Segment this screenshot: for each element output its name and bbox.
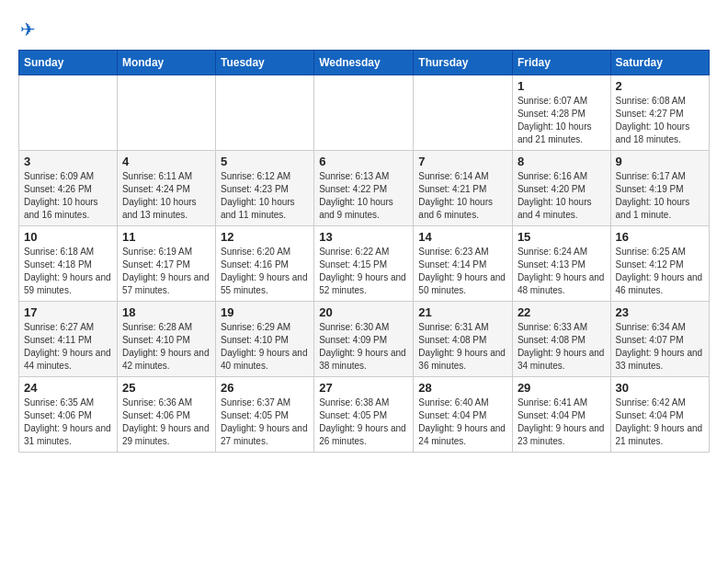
day-number: 14 xyxy=(418,230,507,244)
day-info: Sunrise: 6:24 AM Sunset: 4:13 PM Dayligh… xyxy=(518,246,606,297)
day-cell: 5Sunrise: 6:12 AM Sunset: 4:23 PM Daylig… xyxy=(215,151,313,226)
day-number: 30 xyxy=(616,381,704,395)
header: ✈ xyxy=(18,18,710,40)
day-number: 7 xyxy=(418,155,507,168)
day-number: 26 xyxy=(221,381,309,395)
day-number: 16 xyxy=(616,230,704,244)
week-row-1: 3Sunrise: 6:09 AM Sunset: 4:26 PM Daylig… xyxy=(19,151,710,226)
day-cell: 8Sunrise: 6:16 AM Sunset: 4:20 PM Daylig… xyxy=(512,151,610,226)
day-number: 5 xyxy=(221,155,309,168)
day-cell: 17Sunrise: 6:27 AM Sunset: 4:11 PM Dayli… xyxy=(19,302,118,377)
day-info: Sunrise: 6:18 AM Sunset: 4:18 PM Dayligh… xyxy=(24,246,112,297)
day-number: 22 xyxy=(518,305,606,319)
calendar-table: SundayMondayTuesdayWednesdayThursdayFrid… xyxy=(18,50,710,453)
day-info: Sunrise: 6:09 AM Sunset: 4:26 PM Dayligh… xyxy=(24,170,112,222)
header-day-sunday: Sunday xyxy=(19,51,118,75)
header-day-thursday: Thursday xyxy=(414,51,513,75)
header-day-friday: Friday xyxy=(512,51,610,75)
day-cell: 1Sunrise: 6:07 AM Sunset: 4:28 PM Daylig… xyxy=(512,75,610,151)
day-info: Sunrise: 6:19 AM Sunset: 4:17 PM Dayligh… xyxy=(122,246,210,297)
day-cell: 9Sunrise: 6:17 AM Sunset: 4:19 PM Daylig… xyxy=(610,151,709,226)
logo: ✈ xyxy=(18,18,36,40)
header-day-wednesday: Wednesday xyxy=(314,51,414,75)
day-cell: 4Sunrise: 6:11 AM Sunset: 4:24 PM Daylig… xyxy=(117,151,215,226)
day-number: 13 xyxy=(319,230,408,244)
day-info: Sunrise: 6:41 AM Sunset: 4:04 PM Dayligh… xyxy=(518,396,606,448)
day-info: Sunrise: 6:37 AM Sunset: 4:05 PM Dayligh… xyxy=(221,396,309,448)
day-number: 25 xyxy=(122,381,210,395)
day-info: Sunrise: 6:07 AM Sunset: 4:28 PM Dayligh… xyxy=(518,95,606,146)
day-cell: 12Sunrise: 6:20 AM Sunset: 4:16 PM Dayli… xyxy=(215,226,313,302)
day-cell xyxy=(19,75,118,151)
day-cell: 6Sunrise: 6:13 AM Sunset: 4:22 PM Daylig… xyxy=(314,151,414,226)
day-info: Sunrise: 6:34 AM Sunset: 4:07 PM Dayligh… xyxy=(616,321,704,373)
day-cell: 20Sunrise: 6:30 AM Sunset: 4:09 PM Dayli… xyxy=(314,302,414,377)
header-day-saturday: Saturday xyxy=(610,51,709,75)
day-cell: 16Sunrise: 6:25 AM Sunset: 4:12 PM Dayli… xyxy=(610,226,709,302)
day-number: 10 xyxy=(24,230,112,244)
day-info: Sunrise: 6:33 AM Sunset: 4:08 PM Dayligh… xyxy=(518,321,606,373)
day-number: 4 xyxy=(122,155,210,168)
day-cell: 24Sunrise: 6:35 AM Sunset: 4:06 PM Dayli… xyxy=(19,377,118,453)
day-info: Sunrise: 6:31 AM Sunset: 4:08 PM Dayligh… xyxy=(418,321,507,373)
day-info: Sunrise: 6:35 AM Sunset: 4:06 PM Dayligh… xyxy=(24,396,112,448)
week-row-4: 24Sunrise: 6:35 AM Sunset: 4:06 PM Dayli… xyxy=(19,377,710,453)
day-number: 11 xyxy=(122,230,210,244)
day-cell: 15Sunrise: 6:24 AM Sunset: 4:13 PM Dayli… xyxy=(512,226,610,302)
header-day-tuesday: Tuesday xyxy=(215,51,313,75)
day-info: Sunrise: 6:36 AM Sunset: 4:06 PM Dayligh… xyxy=(122,396,210,448)
day-number: 21 xyxy=(418,305,507,319)
day-info: Sunrise: 6:27 AM Sunset: 4:11 PM Dayligh… xyxy=(24,321,112,373)
week-row-0: 1Sunrise: 6:07 AM Sunset: 4:28 PM Daylig… xyxy=(19,75,710,151)
day-info: Sunrise: 6:14 AM Sunset: 4:21 PM Dayligh… xyxy=(418,170,507,222)
week-row-2: 10Sunrise: 6:18 AM Sunset: 4:18 PM Dayli… xyxy=(19,226,710,302)
day-cell: 7Sunrise: 6:14 AM Sunset: 4:21 PM Daylig… xyxy=(414,151,513,226)
day-cell: 30Sunrise: 6:42 AM Sunset: 4:04 PM Dayli… xyxy=(610,377,709,453)
day-cell: 3Sunrise: 6:09 AM Sunset: 4:26 PM Daylig… xyxy=(19,151,118,226)
day-number: 12 xyxy=(221,230,309,244)
week-row-3: 17Sunrise: 6:27 AM Sunset: 4:11 PM Dayli… xyxy=(19,302,710,377)
day-info: Sunrise: 6:17 AM Sunset: 4:19 PM Dayligh… xyxy=(616,170,704,222)
day-number: 23 xyxy=(616,305,704,319)
day-info: Sunrise: 6:16 AM Sunset: 4:20 PM Dayligh… xyxy=(518,170,606,222)
day-info: Sunrise: 6:12 AM Sunset: 4:23 PM Dayligh… xyxy=(221,170,309,222)
day-cell: 21Sunrise: 6:31 AM Sunset: 4:08 PM Dayli… xyxy=(414,302,513,377)
day-number: 29 xyxy=(518,381,606,395)
calendar-body: 1Sunrise: 6:07 AM Sunset: 4:28 PM Daylig… xyxy=(19,75,710,453)
day-number: 1 xyxy=(518,79,606,93)
day-cell: 22Sunrise: 6:33 AM Sunset: 4:08 PM Dayli… xyxy=(512,302,610,377)
day-cell: 29Sunrise: 6:41 AM Sunset: 4:04 PM Dayli… xyxy=(512,377,610,453)
day-info: Sunrise: 6:42 AM Sunset: 4:04 PM Dayligh… xyxy=(616,396,704,448)
day-number: 24 xyxy=(24,381,112,395)
day-cell: 2Sunrise: 6:08 AM Sunset: 4:27 PM Daylig… xyxy=(610,75,709,151)
day-cell: 23Sunrise: 6:34 AM Sunset: 4:07 PM Dayli… xyxy=(610,302,709,377)
day-cell: 13Sunrise: 6:22 AM Sunset: 4:15 PM Dayli… xyxy=(314,226,414,302)
day-cell: 27Sunrise: 6:38 AM Sunset: 4:05 PM Dayli… xyxy=(314,377,414,453)
day-info: Sunrise: 6:29 AM Sunset: 4:10 PM Dayligh… xyxy=(221,321,309,373)
day-info: Sunrise: 6:30 AM Sunset: 4:09 PM Dayligh… xyxy=(319,321,408,373)
day-cell: 26Sunrise: 6:37 AM Sunset: 4:05 PM Dayli… xyxy=(215,377,313,453)
day-number: 9 xyxy=(616,155,704,168)
day-number: 8 xyxy=(518,155,606,168)
day-info: Sunrise: 6:38 AM Sunset: 4:05 PM Dayligh… xyxy=(319,396,408,448)
day-info: Sunrise: 6:11 AM Sunset: 4:24 PM Dayligh… xyxy=(122,170,210,222)
day-number: 27 xyxy=(319,381,408,395)
day-cell xyxy=(215,75,313,151)
day-cell: 10Sunrise: 6:18 AM Sunset: 4:18 PM Dayli… xyxy=(19,226,118,302)
day-number: 17 xyxy=(24,305,112,319)
day-info: Sunrise: 6:25 AM Sunset: 4:12 PM Dayligh… xyxy=(616,246,704,297)
day-info: Sunrise: 6:13 AM Sunset: 4:22 PM Dayligh… xyxy=(319,170,408,222)
day-cell xyxy=(414,75,513,151)
day-number: 20 xyxy=(319,305,408,319)
header-row: SundayMondayTuesdayWednesdayThursdayFrid… xyxy=(19,51,710,75)
day-cell: 19Sunrise: 6:29 AM Sunset: 4:10 PM Dayli… xyxy=(215,302,313,377)
day-number: 6 xyxy=(319,155,408,168)
header-day-monday: Monday xyxy=(117,51,215,75)
day-number: 28 xyxy=(418,381,507,395)
day-cell xyxy=(117,75,215,151)
day-cell: 14Sunrise: 6:23 AM Sunset: 4:14 PM Dayli… xyxy=(414,226,513,302)
logo-bird-icon: ✈ xyxy=(20,18,36,40)
day-info: Sunrise: 6:23 AM Sunset: 4:14 PM Dayligh… xyxy=(418,246,507,297)
day-cell: 28Sunrise: 6:40 AM Sunset: 4:04 PM Dayli… xyxy=(414,377,513,453)
day-cell xyxy=(314,75,414,151)
